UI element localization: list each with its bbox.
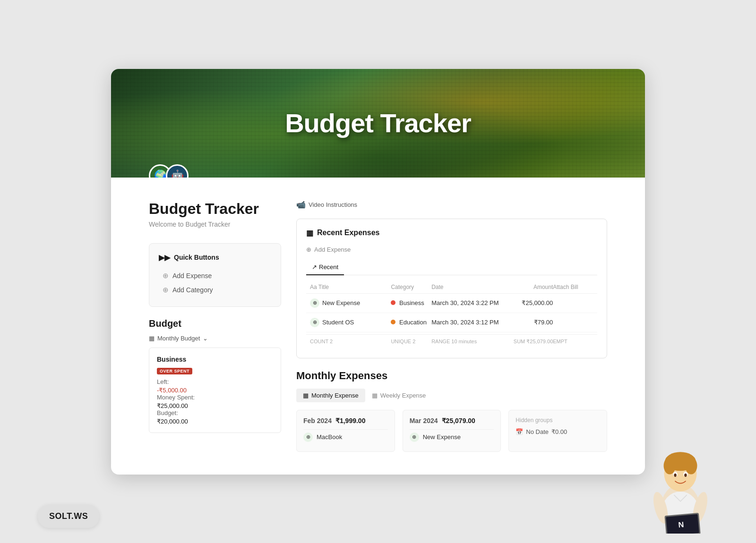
new-expense-icon: ⊕ [410, 433, 419, 442]
add-expense-button[interactable]: ⊕ Add Expense [159, 269, 271, 283]
macbook-label: MacBook [317, 433, 342, 441]
tab-recent[interactable]: ↗ Recent [306, 260, 344, 275]
footer-range-label: RANGE [431, 339, 450, 344]
footer-count-label: COUNT [310, 339, 328, 344]
add-expense-icon: ⊕ [163, 272, 169, 280]
footer-count: COUNT 2 [310, 339, 391, 345]
page-title: Budget Tracker [149, 200, 259, 218]
hero-title: Budget Tracker [285, 108, 471, 138]
budget-section-title: Budget [149, 318, 281, 329]
footer-sum-label: SUM [514, 339, 525, 344]
tab-recent-icon: ↗ [312, 263, 317, 271]
row-category-text-1: Business [399, 299, 424, 306]
col-date-header: Date [431, 284, 512, 290]
tab-monthly-label: Monthly Expense [311, 392, 359, 399]
row-category-text-2: Education [399, 319, 427, 326]
tab-monthly-expense[interactable]: ▦ Monthly Expense [296, 389, 365, 402]
add-category-label: Add Category [172, 286, 213, 294]
footer-unique-label: UNIQUE [391, 339, 411, 344]
row-title-text-2: Student OS [322, 319, 354, 326]
row-amount-2: ₹79.00 [513, 319, 553, 326]
new-expense-label: New Expense [423, 433, 461, 441]
tab-monthly-icon: ▦ [303, 392, 309, 399]
recent-expenses-icon: ▦ [306, 229, 313, 238]
budget-left-label: Left: [157, 378, 273, 385]
footer-unique-value: 2 [412, 339, 415, 344]
row-category-2: Education [391, 319, 431, 326]
feb-month-label: Feb 2024 [303, 417, 332, 424]
footer-range: RANGE 10 minutes [431, 339, 512, 345]
recent-add-expense-icon: ⊕ [306, 246, 311, 253]
monthly-col-item: ⊕ New Expense [410, 429, 494, 445]
footer-count-value: 2 [330, 339, 333, 344]
tab-recent-label: Recent [319, 263, 338, 271]
monthly-tabs: ▦ Monthly Expense ▦ Weekly Expense [296, 389, 607, 402]
table-header: Aa Title Category Date Amount [306, 281, 597, 294]
mar-amount: ₹25,079.00 [442, 417, 475, 424]
budget-spent-label: Money Spent: [157, 394, 273, 401]
monthly-col-feb: Feb 2024 ₹1,999.00 ⊕ MacBook [296, 410, 395, 452]
tab-weekly-label: Weekly Expense [380, 392, 426, 399]
no-date-amount: ₹0.00 [551, 428, 567, 435]
svg-point-7 [674, 474, 676, 477]
monthly-col-feb-header: Feb 2024 ₹1,999.00 [303, 417, 388, 424]
add-category-icon: ⊕ [163, 286, 169, 294]
recent-tab-bar: ↗ Recent [306, 260, 597, 275]
hidden-groups-col: Hidden groups 📅 No Date ₹0.00 [508, 410, 607, 452]
row-title-1: ⊕ New Expense [310, 298, 391, 308]
video-instructions-link[interactable]: 📹 Video Instructions [296, 200, 607, 209]
quick-buttons-header: ▶▶ Quick Buttons [159, 253, 271, 262]
page-icon-area: 🌍 🤖 [149, 164, 189, 178]
mar-month-label: Mar 2024 [410, 417, 438, 424]
budget-spent-value: ₹25,000.00 [157, 402, 273, 409]
video-instructions-label: Video Instructions [309, 201, 357, 208]
category-dot-education-2 [391, 320, 395, 324]
row-amount-1: ₹25,000.00 [513, 299, 553, 306]
row-title-2: ⊕ Student OS [310, 318, 391, 327]
budget-budget-label: Budget: [157, 409, 273, 416]
recent-expenses-header: ▦ Recent Expenses [306, 229, 597, 238]
footer-sum: SUM ₹25,079.00 [513, 339, 553, 345]
monthly-col-item: ⊕ MacBook [303, 429, 388, 445]
add-category-button[interactable]: ⊕ Add Category [159, 283, 271, 297]
col-amount-header: Amount [513, 284, 553, 290]
page-icon-robot: 🤖 [166, 164, 189, 178]
monthly-budget-icon: ▦ [149, 335, 155, 342]
budget-category-name: Business [157, 356, 273, 363]
chevron-down-icon: ⌄ [203, 335, 208, 342]
character-illustration: N [643, 439, 718, 534]
row-date-1: March 30, 2024 3:22 PM [431, 299, 512, 306]
footer-sum-value: ₹25,079.00 [526, 339, 553, 344]
svg-point-3 [664, 457, 676, 474]
col-title-header: Aa Title [310, 284, 391, 290]
monthly-expenses-section: Monthly Expenses ▦ Monthly Expense ▦ Wee… [296, 370, 607, 452]
category-dot-business-1 [391, 300, 395, 305]
svg-text:N: N [678, 520, 684, 529]
table-footer: COUNT 2 UNIQUE 2 RANGE 10 minu [306, 334, 597, 348]
footer-unique: UNIQUE 2 [391, 339, 431, 345]
tab-weekly-icon: ▦ [372, 392, 378, 399]
col-title-icon: Aa [310, 284, 318, 290]
macbook-icon: ⊕ [303, 433, 313, 442]
quick-buttons-icon: ▶▶ [159, 253, 170, 262]
quick-buttons-title: Quick Buttons [174, 254, 219, 261]
row-date-2: March 30, 2024 3:12 PM [431, 319, 512, 326]
row-icon-2: ⊕ [310, 318, 319, 327]
svg-point-8 [684, 474, 687, 477]
tab-weekly-expense[interactable]: ▦ Weekly Expense [365, 389, 433, 402]
recent-expenses-card: ▦ Recent Expenses ⊕ Add Expense ↗ Recent [296, 219, 607, 358]
footer-empt: EMPT [553, 339, 593, 345]
row-title-text-1: New Expense [322, 299, 360, 306]
recent-expenses-title: Recent Expenses [317, 229, 380, 237]
col-category-header: Category [391, 284, 431, 290]
svg-point-4 [685, 457, 697, 474]
col-attach-header: Attach Bill [553, 284, 593, 290]
monthly-budget-toggle[interactable]: ▦ Monthly Budget ⌄ [149, 335, 281, 342]
recent-add-expense-button[interactable]: ⊕ Add Expense [306, 244, 597, 255]
monthly-grid: Feb 2024 ₹1,999.00 ⊕ MacBook Mar 202 [296, 410, 607, 452]
row-category-1: Business [391, 299, 431, 306]
add-expense-label: Add Expense [172, 272, 212, 280]
quick-buttons-card: ▶▶ Quick Buttons ⊕ Add Expense ⊕ Add Cat… [149, 243, 281, 307]
monthly-col-mar: Mar 2024 ₹25,079.00 ⊕ New Expense [403, 410, 501, 452]
brand-label: SOLT.WS [38, 505, 99, 528]
